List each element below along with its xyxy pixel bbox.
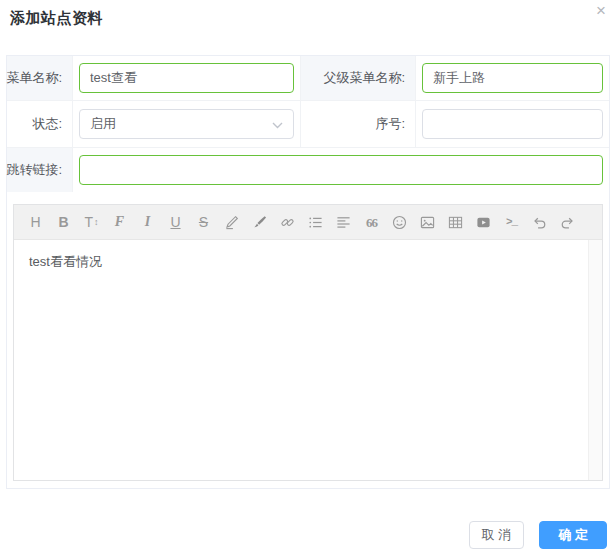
jump-link-cell [73, 148, 609, 192]
status-select[interactable]: 启用 [79, 109, 294, 139]
editor-content[interactable]: test看看情况 [14, 240, 602, 480]
redo-icon[interactable] [558, 212, 577, 232]
emoticon-icon[interactable] [390, 212, 409, 232]
editor-scrollbar[interactable] [588, 240, 602, 480]
menu-name-input[interactable] [79, 63, 294, 93]
status-cell: 启用 [73, 101, 300, 147]
dialog-body: 菜单名称: 父级菜单名称: 状态: 启用 序号: [6, 55, 610, 489]
image-icon[interactable] [418, 212, 437, 232]
add-site-dialog: 添加站点资料 × 菜单名称: 父级菜单名称: 状态: 启用 [0, 0, 616, 554]
dialog-footer: 取 消 确 定 [0, 489, 616, 549]
sort-order-input[interactable] [422, 109, 603, 139]
close-icon[interactable]: × [590, 0, 612, 22]
parent-menu-input[interactable] [422, 63, 603, 93]
font-size-icon[interactable]: T↕ [82, 212, 101, 232]
dialog-header: 添加站点资料 × [0, 0, 616, 55]
quote-icon[interactable]: 66 [362, 212, 381, 232]
editor-body: test看看情况 [14, 240, 602, 480]
parent-menu-label: 父级菜单名称: [301, 56, 415, 100]
editor-toolbar: H B T↕ F I U S [14, 205, 602, 240]
strikethrough-icon[interactable]: S [194, 212, 213, 232]
link-icon[interactable] [278, 212, 297, 232]
heading-icon[interactable]: H [26, 212, 45, 232]
code-icon[interactable]: >_ [502, 212, 521, 232]
confirm-button[interactable]: 确 定 [539, 521, 607, 549]
unordered-list-icon[interactable] [306, 212, 325, 232]
status-select-value: 启用 [90, 115, 116, 133]
jump-link-input[interactable] [79, 155, 603, 185]
jump-link-label: 跳转链接: [7, 148, 72, 192]
chevron-down-icon [272, 117, 283, 132]
table-icon[interactable] [446, 212, 465, 232]
video-icon[interactable] [474, 212, 493, 232]
font-family-icon[interactable]: F [110, 212, 129, 232]
highlight-pen-icon[interactable] [222, 212, 241, 232]
dialog-title: 添加站点资料 [10, 9, 103, 26]
cancel-button[interactable]: 取 消 [469, 521, 525, 549]
text-color-brush-icon[interactable] [250, 212, 269, 232]
undo-icon[interactable] [530, 212, 549, 232]
sort-order-label: 序号: [301, 101, 415, 147]
rich-text-editor: H B T↕ F I U S [13, 204, 603, 481]
status-label: 状态: [7, 101, 72, 147]
bold-icon[interactable]: B [54, 212, 73, 232]
menu-name-cell [73, 56, 300, 100]
underline-icon[interactable]: U [166, 212, 185, 232]
italic-icon[interactable]: I [138, 212, 157, 232]
form: 菜单名称: 父级菜单名称: 状态: 启用 序号: [7, 56, 609, 192]
menu-name-label: 菜单名称: [7, 56, 72, 100]
justify-icon[interactable] [334, 212, 353, 232]
sort-order-cell [416, 101, 609, 147]
parent-menu-cell [416, 56, 609, 100]
